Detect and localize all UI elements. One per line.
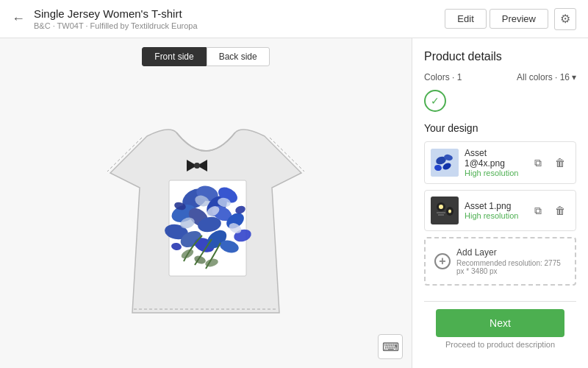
side-tabs: Front side Back side [142,47,269,66]
design-resolution-1: High resolution [465,169,528,177]
svg-rect-35 [431,197,459,224]
design-item: Asset 1@4x.png High resolution ⧉ 🗑 [424,141,576,184]
design-thumb-2 [431,197,459,224]
header-title-block: Single Jersey Women's T-shirt B&C · TW04… [34,7,445,30]
delete-button-2[interactable]: 🗑 [551,201,570,220]
colors-row: Colors · 1 All colors · 16 ▾ [424,72,576,82]
all-colors-button[interactable]: All colors · 16 ▾ [517,72,576,82]
tab-back-side[interactable]: Back side [207,47,270,66]
page-subtitle: B&C · TW04T · Fulfilled by Textildruck E… [34,21,445,30]
design-actions-1: ⧉ 🗑 [528,153,570,172]
tshirt-area [9,75,403,359]
design-info-1: Asset 1@4x.png High resolution [465,148,528,177]
add-layer-info: Add Layer Recommended resolution: 2775 p… [456,247,566,275]
copy-button-2[interactable]: ⧉ [528,201,548,220]
design-resolution-2: High resolution [465,211,528,220]
right-panel: Product details Colors · 1 All colors · … [412,38,588,368]
design-actions-2: ⧉ 🗑 [528,201,570,220]
add-layer-label: Add Layer [456,247,566,258]
header-actions: Edit Preview ⚙ [445,8,576,30]
main-layout: Front side Back side [0,38,588,368]
page-title: Single Jersey Women's T-shirt [34,7,445,20]
design-info-2: Asset 1.png High resolution [465,201,528,220]
back-button[interactable]: ← [12,11,25,26]
keyboard-button[interactable]: ⌨ [378,334,403,359]
svg-rect-30 [431,149,459,177]
design-thumb-1 [431,149,459,177]
settings-button[interactable]: ⚙ [554,8,576,30]
color-check: ✓ [424,90,446,112]
bottom-hint: Proceed to product description [436,340,564,349]
design-name-2: Asset 1.png [465,201,528,211]
bottom-bar: Next Proceed to product description [424,301,576,356]
design-item-2: Asset 1.png High resolution ⧉ 🗑 [424,190,576,231]
add-icon: + [434,253,451,269]
check-icon: ✓ [431,95,440,107]
svg-point-39 [448,210,451,213]
add-layer-button[interactable]: + Add Layer Recommended resolution: 2775… [424,237,576,286]
edit-button[interactable]: Edit [445,9,486,29]
tab-front-side[interactable]: Front side [142,47,206,66]
design-name-1: Asset 1@4x.png [465,148,528,169]
chevron-down-icon: ▾ [572,72,576,82]
header: ← Single Jersey Women's T-shirt B&C · TW… [0,0,588,38]
tshirt-svg [88,92,323,342]
your-design-title: Your design [424,122,576,134]
delete-button-1[interactable]: 🗑 [551,153,570,172]
product-details-title: Product details [424,50,576,63]
colors-label: Colors · 1 [424,72,462,82]
svg-point-2 [194,163,200,169]
next-button[interactable]: Next [436,309,564,337]
preview-button[interactable]: Preview [490,9,548,29]
all-colors-label: All colors · 16 [517,72,570,82]
svg-point-37 [439,205,443,209]
left-panel: Front side Back side [0,38,412,368]
add-layer-sub: Recommended resolution: 2775 px * 3480 p… [456,259,566,275]
copy-button-1[interactable]: ⧉ [528,153,548,172]
